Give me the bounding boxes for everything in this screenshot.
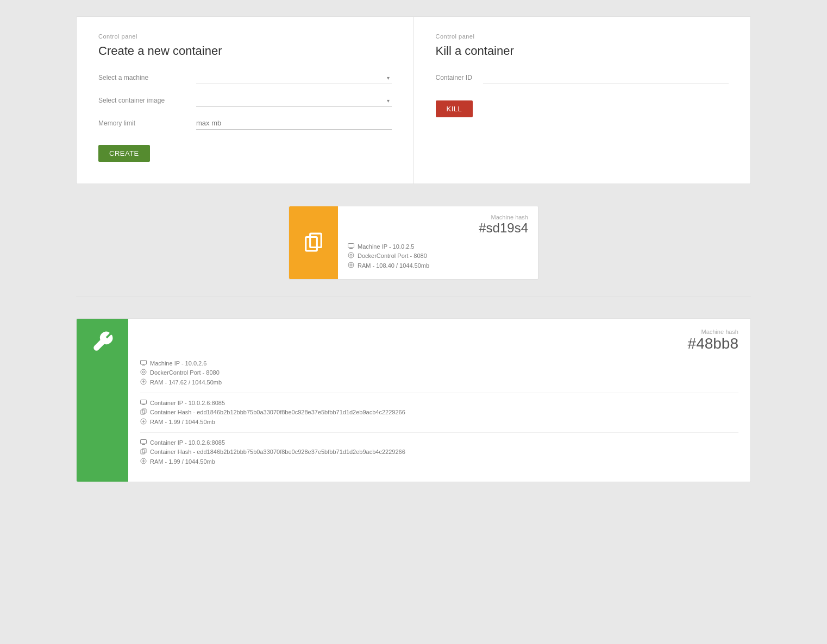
container-2-ram-text: RAM - 1.99 / 1044.50mb xyxy=(150,458,215,465)
divider-2 xyxy=(140,432,738,433)
monitor-icon-c2 xyxy=(140,439,147,446)
ram-text-large: RAM - 147.62 / 1044.50mb xyxy=(150,379,222,386)
monitor-icon-small xyxy=(348,243,354,250)
memory-limit-label: Memory limit xyxy=(98,119,196,127)
bottom-card-wrapper: Machine hash #48bb8 Machine IP - 10.0.2.… xyxy=(76,318,751,482)
docker-icon-large xyxy=(140,369,147,376)
container-1-hash-text: Container Hash - edd1846b2b12bbb75b0a330… xyxy=(150,409,405,415)
machine-ip-large: Machine IP - 10.0.2.6 xyxy=(140,360,738,367)
container-2-ip-text: Container IP - 10.0.2.6:8085 xyxy=(150,439,225,446)
machine-ip-text-large: Machine IP - 10.0.2.6 xyxy=(150,360,206,367)
svg-point-5 xyxy=(348,252,354,258)
create-control-panel-label: Control panel xyxy=(98,33,392,40)
top-card: Control panel Create a new container Sel… xyxy=(76,16,751,184)
container-2-hash-text: Container Hash - edd1846b2b12bbb75b0a330… xyxy=(150,449,405,455)
select-image-group: Select container image ▾ xyxy=(98,94,392,107)
create-container-panel: Control panel Create a new container Sel… xyxy=(77,17,414,184)
machine-hash-value-small: #sd19s4 xyxy=(348,220,528,236)
svg-point-11 xyxy=(141,369,146,375)
select-image-wrapper[interactable]: ▾ xyxy=(196,94,392,107)
docker-port-text-small: DockerControl Port - 8080 xyxy=(358,252,427,259)
kill-control-panel-label: Control panel xyxy=(436,33,729,40)
copy-icon xyxy=(303,232,324,254)
memory-limit-input[interactable] xyxy=(196,117,392,130)
container-id-group: Container ID xyxy=(436,71,729,84)
ram-icon-c1 xyxy=(140,418,147,426)
container-1-hash: Container Hash - edd1846b2b12bbb75b0a330… xyxy=(140,408,738,416)
svg-rect-8 xyxy=(141,361,147,365)
svg-point-6 xyxy=(350,254,352,256)
monitor-icon-large xyxy=(140,360,147,367)
container-1-ram-text: RAM - 1.99 / 1044.50mb xyxy=(150,419,215,425)
container-1-ram: RAM - 1.99 / 1044.50mb xyxy=(140,418,738,426)
ram-icon-c2 xyxy=(140,458,147,465)
copy-icon-c2 xyxy=(140,448,147,456)
create-title: Create a new container xyxy=(98,44,392,58)
kill-container-panel: Control panel Kill a container Container… xyxy=(414,17,751,184)
select-machine-group: Select a machine ▾ xyxy=(98,71,392,84)
machine-ip-text-small: Machine IP - 10.0.2.5 xyxy=(358,243,414,250)
select-image-dropdown[interactable] xyxy=(196,94,392,107)
kill-button[interactable]: KILL xyxy=(436,100,473,117)
svg-rect-14 xyxy=(141,400,147,405)
docker-port-text-large: DockerControl Port - 8080 xyxy=(150,369,220,376)
select-machine-dropdown[interactable] xyxy=(196,71,392,84)
kill-title: Kill a container xyxy=(436,44,729,58)
container-2-hash: Container Hash - edd1846b2b12bbb75b0a330… xyxy=(140,448,738,456)
container-block-2: Container IP - 10.0.2.6:8085 Container H… xyxy=(140,439,738,465)
container-2-ram: RAM - 1.99 / 1044.50mb xyxy=(140,458,738,465)
middle-section: Machine hash #sd19s4 Machine IP - 10.0.2… xyxy=(76,206,751,280)
machine-hash-label-small: Machine hash xyxy=(348,214,528,220)
machine-hash-label-lg: Machine hash xyxy=(140,329,738,335)
svg-point-12 xyxy=(142,371,145,373)
machine-card-small-content: Machine hash #sd19s4 Machine IP - 10.0.2… xyxy=(338,206,538,279)
ram-small: RAM - 108.40 / 1044.50mb xyxy=(348,262,528,269)
ram-icon-small xyxy=(348,262,354,269)
mid-divider xyxy=(76,296,751,296)
ram-icon-large xyxy=(140,378,147,386)
svg-rect-1 xyxy=(306,237,317,250)
select-image-label: Select container image xyxy=(98,97,196,104)
container-id-label: Container ID xyxy=(436,74,472,81)
select-machine-label: Select a machine xyxy=(98,74,196,81)
memory-limit-group: Memory limit xyxy=(98,117,392,130)
machine-card-large-content: Machine hash #48bb8 Machine IP - 10.0.2.… xyxy=(128,319,750,482)
select-machine-wrapper[interactable]: ▾ xyxy=(196,71,392,84)
svg-rect-20 xyxy=(141,440,147,444)
copy-icon-c1 xyxy=(140,408,147,416)
monitor-icon-c1 xyxy=(140,400,147,406)
container-1-ip-text: Container IP - 10.0.2.6:8085 xyxy=(150,400,225,406)
machine-card-large: Machine hash #48bb8 Machine IP - 10.0.2.… xyxy=(76,318,751,482)
svg-rect-2 xyxy=(348,244,354,248)
ram-text-small: RAM - 108.40 / 1044.50mb xyxy=(358,262,429,269)
divider-1 xyxy=(140,393,738,393)
docker-port-large: DockerControl Port - 8080 xyxy=(140,369,738,376)
create-button[interactable]: CREATE xyxy=(98,145,150,162)
machine-ip-small: Machine IP - 10.0.2.5 xyxy=(348,243,528,250)
docker-icon-small xyxy=(348,252,354,260)
container-block-1: Container IP - 10.0.2.6:8085 Container H… xyxy=(140,400,738,426)
container-id-input[interactable] xyxy=(483,71,729,84)
machine-icon-orange xyxy=(289,206,338,279)
ram-large: RAM - 147.62 / 1044.50mb xyxy=(140,378,738,386)
wrench-icon xyxy=(92,331,114,354)
docker-port-small: DockerControl Port - 8080 xyxy=(348,252,528,260)
machine-icon-green xyxy=(77,319,128,482)
machine-hash-value-lg: #48bb8 xyxy=(140,335,738,352)
svg-rect-0 xyxy=(310,233,322,247)
machine-card-small: Machine hash #sd19s4 Machine IP - 10.0.2… xyxy=(289,206,538,280)
container-1-ip: Container IP - 10.0.2.6:8085 xyxy=(140,400,738,406)
container-2-ip: Container IP - 10.0.2.6:8085 xyxy=(140,439,738,446)
